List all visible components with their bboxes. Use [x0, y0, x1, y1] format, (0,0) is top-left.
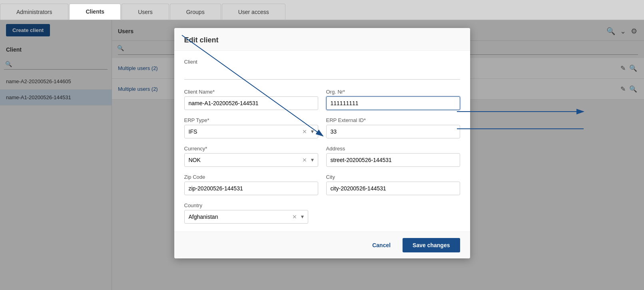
- tab-administrators[interactable]: Administrators: [0, 4, 68, 20]
- client-name-label: Client Name*: [184, 89, 318, 95]
- client-section-label: Client: [184, 59, 460, 65]
- city-input[interactable]: [326, 182, 460, 195]
- org-nr-label: Org. Nr*: [326, 89, 460, 95]
- city-label: City: [326, 174, 460, 180]
- currency-clear-icon[interactable]: ✕: [302, 157, 307, 163]
- currency-select-wrapper: NOK ✕ ▼: [184, 153, 318, 167]
- col-org-nr: Org. Nr*: [326, 89, 460, 110]
- row-erp: ERP Type* IFS ✕ ▼ ERP External ID*: [184, 117, 460, 138]
- client-section-input[interactable]: [184, 66, 460, 80]
- tab-clients[interactable]: Clients: [69, 4, 121, 20]
- country-select[interactable]: Afghanistan: [184, 210, 308, 224]
- country-label: Country: [184, 202, 460, 208]
- currency-label: Currency*: [184, 146, 318, 152]
- country-clear-icon[interactable]: ✕: [292, 214, 297, 220]
- org-nr-input[interactable]: [326, 96, 460, 110]
- zip-code-input[interactable]: [184, 182, 318, 195]
- col-address: Address: [326, 146, 460, 167]
- edit-client-modal: Edit client Client Client Name* Org. Nr*: [174, 28, 470, 258]
- cancel-button[interactable]: Cancel: [366, 238, 397, 252]
- country-group: Country Afghanistan ✕ ▼: [184, 202, 460, 224]
- erp-external-id-label: ERP External ID*: [326, 117, 460, 123]
- modal-body: Client Client Name* Org. Nr*: [174, 51, 470, 232]
- address-label: Address: [326, 146, 460, 152]
- tab-groups[interactable]: Groups: [170, 4, 221, 20]
- erp-type-select[interactable]: IFS: [184, 125, 318, 138]
- erp-type-select-wrapper: IFS ✕ ▼: [184, 125, 318, 138]
- save-changes-button[interactable]: Save changes: [403, 238, 460, 252]
- row-zip-city: Zip Code City: [184, 174, 460, 195]
- modal-header: Edit client: [174, 28, 470, 51]
- erp-type-label: ERP Type*: [184, 117, 318, 123]
- erp-external-id-input[interactable]: [326, 125, 460, 138]
- row-clientname-orgnr: Client Name* Org. Nr*: [184, 89, 460, 110]
- erp-type-clear-icon[interactable]: ✕: [302, 128, 307, 135]
- currency-select[interactable]: NOK: [184, 153, 318, 167]
- client-name-input[interactable]: [184, 96, 318, 110]
- row-currency-address: Currency* NOK ✕ ▼ Address: [184, 146, 460, 167]
- client-section: Client: [184, 59, 460, 82]
- modal-footer: Cancel Save changes: [174, 232, 470, 258]
- main-layout: Create client Client 🔍 name-A2-20200526-…: [0, 20, 644, 290]
- tab-users[interactable]: Users: [122, 4, 169, 20]
- col-client-name: Client Name*: [184, 89, 318, 110]
- col-erp-type: ERP Type* IFS ✕ ▼: [184, 117, 318, 138]
- modal-title: Edit client: [184, 36, 460, 44]
- address-input[interactable]: [326, 153, 460, 167]
- tab-user-access[interactable]: User access: [222, 4, 285, 20]
- zip-code-label: Zip Code: [184, 174, 318, 180]
- col-city: City: [326, 174, 460, 195]
- modal-overlay: Edit client Client Client Name* Org. Nr*: [0, 20, 644, 290]
- col-erp-external-id: ERP External ID*: [326, 117, 460, 138]
- tabs-bar: Administrators Clients Users Groups User…: [0, 0, 644, 20]
- col-currency: Currency* NOK ✕ ▼: [184, 146, 318, 167]
- col-zip: Zip Code: [184, 174, 318, 195]
- country-select-wrapper: Afghanistan ✕ ▼: [184, 210, 308, 224]
